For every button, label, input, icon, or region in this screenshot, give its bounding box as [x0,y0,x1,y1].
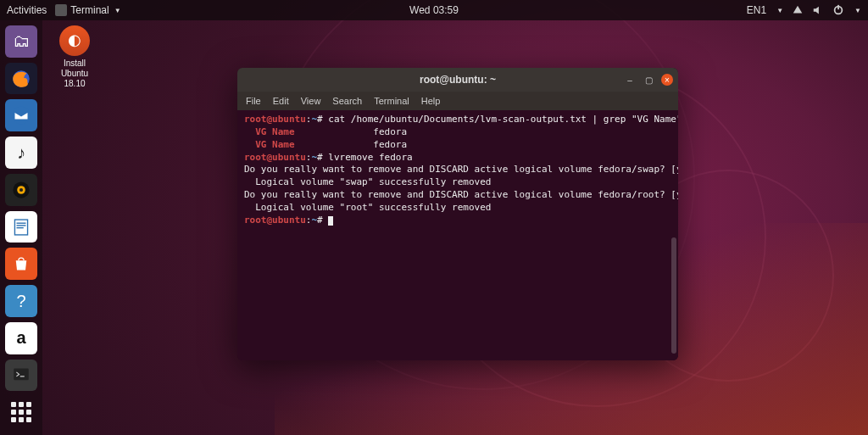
chevron-down-icon: ▼ [114,7,121,14]
svg-rect-11 [14,369,29,381]
dock-terminal[interactable] [5,360,37,392]
shopping-bag-icon [13,255,30,272]
menu-edit[interactable]: Edit [273,96,289,106]
terminal-line: Logical volume "swap" successfully remov… [244,176,671,189]
power-icon[interactable] [832,4,844,16]
firefox-icon [10,68,32,90]
menu-view[interactable]: View [301,96,321,106]
scrollbar[interactable] [671,237,676,354]
terminal-window: root@ubuntu: ~ – ▢ × File Edit View Sear… [237,68,678,360]
dock-amazon[interactable]: a [5,322,37,354]
clock[interactable]: Wed 03:59 [409,4,459,16]
apps-grid-icon [11,402,31,422]
svg-rect-12 [20,376,25,377]
svg-rect-9 [17,225,26,226]
volume-icon[interactable] [812,4,824,16]
terminal-line: root@ubuntu:~# cat /home/ubuntu/Document… [244,114,671,126]
network-icon[interactable] [792,4,804,16]
dock-rhythmbox[interactable]: ♪ [5,137,37,169]
terminal-line: VG Name fedora [244,139,671,152]
terminal-menubar: File Edit View Search Terminal Help [237,92,678,110]
app-menu-label: Terminal [70,4,108,16]
desktop-icon-label: Install Ubuntu 18.10 [49,59,100,89]
app-menu[interactable]: Terminal ▼ [55,4,120,16]
top-panel: Activities Terminal ▼ Wed 03:59 EN1 ▼ ▼ [0,0,868,20]
activities-button[interactable]: Activities [7,4,47,16]
window-titlebar[interactable]: root@ubuntu: ~ – ▢ × [237,68,678,92]
terminal-output[interactable]: root@ubuntu:~# cat /home/ubuntu/Document… [237,110,678,360]
window-maximize-button[interactable]: ▢ [643,74,654,86]
thunderbird-icon [11,105,31,125]
terminal-icon [13,366,30,383]
svg-rect-1 [837,5,839,9]
menu-file[interactable]: File [246,96,261,106]
cursor [328,216,333,226]
dock-thunderbird[interactable] [5,99,37,131]
ubuntu-icon: ◐ [59,25,90,56]
input-language-indicator[interactable]: EN1 [747,4,766,16]
desktop-install-ubuntu[interactable]: ◐ Install Ubuntu 18.10 [49,25,100,89]
menu-help[interactable]: Help [421,96,441,106]
document-icon [12,218,31,237]
dock-help[interactable]: ? [5,285,37,317]
svg-rect-8 [17,222,26,223]
dock-software[interactable] [5,248,37,280]
svg-rect-10 [17,227,24,228]
speaker-icon [12,181,31,199]
terminal-line: VG Name fedora [244,126,671,139]
window-title: root@ubuntu: ~ [420,74,496,86]
dock-files[interactable]: 🗂 [5,25,37,58]
show-applications-button[interactable] [5,396,37,428]
menu-terminal[interactable]: Terminal [374,96,409,106]
dock-sound[interactable] [5,174,37,206]
terminal-icon [55,4,67,16]
terminal-line: root@ubuntu:~# lvremove fedora [244,152,671,165]
menu-search[interactable]: Search [332,96,362,106]
dock-libreoffice[interactable] [5,211,37,243]
dock-firefox[interactable] [5,63,37,95]
dock: 🗂 ♪ ? a [0,20,42,435]
chevron-down-icon: ▼ [854,7,861,14]
window-close-button[interactable]: × [661,74,673,86]
terminal-line: Logical volume "root" successfully remov… [244,202,671,215]
terminal-line: Do you really want to remove and DISCARD… [244,189,671,202]
chevron-down-icon: ▼ [776,7,783,14]
terminal-line: root@ubuntu:~# [244,215,671,227]
terminal-line: Do you really want to remove and DISCARD… [244,164,671,176]
window-minimize-button[interactable]: – [624,74,636,86]
svg-point-6 [19,188,23,192]
